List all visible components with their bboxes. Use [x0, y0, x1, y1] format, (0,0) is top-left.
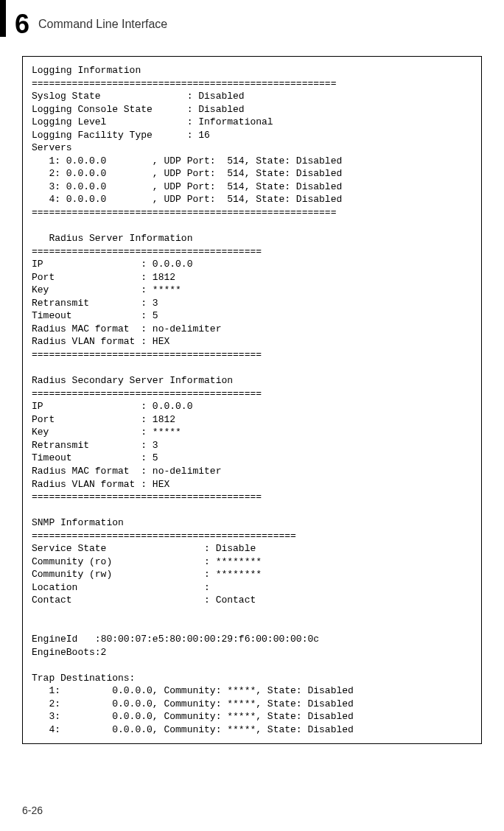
mac-format-row: Radius MAC format : no-delimiter: [32, 466, 221, 477]
key-row: Key : *****: [32, 427, 181, 438]
timeout-row: Timeout : 5: [32, 310, 158, 321]
server-row: 2: 0.0.0.0 , UDP Port: 514, State: Disab…: [32, 168, 342, 179]
service-state-row: Service State : Disable: [32, 543, 256, 554]
vlan-format-row: Radius VLAN format : HEX: [32, 336, 169, 347]
header-title: Command Line Interface: [38, 18, 167, 31]
snmp-header: SNMP Information: [32, 517, 124, 528]
ip-row: IP : 0.0.0.0: [32, 259, 192, 270]
terminal-output: Logging Information ====================…: [32, 64, 472, 736]
mac-format-row: Radius MAC format : no-delimiter: [32, 323, 221, 334]
retransmit-row: Retransmit : 3: [32, 298, 158, 309]
port-row: Port : 1812: [32, 272, 175, 283]
facility-type-row: Logging Facility Type : 16: [32, 130, 210, 141]
location-row: Location :: [32, 582, 216, 593]
syslog-state-row: Syslog State : Disabled: [32, 91, 245, 102]
trap-row: 1: 0.0.0.0, Community: *****, State: Dis…: [32, 685, 354, 696]
radius-header: Radius Server Information: [32, 233, 192, 244]
retransmit-row: Retransmit : 3: [32, 440, 158, 451]
community-ro-row: Community (ro) : ********: [32, 556, 262, 567]
divider: ========================================: [32, 388, 262, 399]
divider: ========================================: [32, 246, 262, 257]
radius2-header: Radius Secondary Server Information: [32, 375, 233, 386]
ip-row: IP : 0.0.0.0: [32, 401, 192, 412]
divider: ========================================…: [32, 207, 336, 218]
engineboots-row: EngineBoots:2: [32, 647, 106, 658]
server-row: 4: 0.0.0.0 , UDP Port: 514, State: Disab…: [32, 194, 342, 205]
logging-level-row: Logging Level : Informational: [32, 116, 273, 127]
servers-label: Servers: [32, 142, 72, 153]
port-row: Port : 1812: [32, 414, 175, 425]
community-rw-row: Community (rw) : ********: [32, 569, 262, 580]
console-state-row: Logging Console State : Disabled: [32, 104, 245, 115]
key-row: Key : *****: [32, 284, 181, 295]
trap-row: 2: 0.0.0.0, Community: *****, State: Dis…: [32, 698, 354, 709]
server-row: 3: 0.0.0.0 , UDP Port: 514, State: Disab…: [32, 181, 342, 192]
server-row: 1: 0.0.0.0 , UDP Port: 514, State: Disab…: [32, 155, 342, 166]
chapter-number: 6: [15, 9, 29, 40]
divider: ========================================: [32, 349, 262, 360]
engineid-row: EngineId :80:00:07:e5:80:00:00:29:f6:00:…: [32, 634, 319, 645]
vlan-format-row: Radius VLAN format : HEX: [32, 479, 169, 490]
divider: ========================================: [32, 491, 262, 502]
trap-header: Trap Destinations:: [32, 673, 135, 684]
contact-row: Contact : Contact: [32, 595, 256, 606]
terminal-output-box: Logging Information ====================…: [22, 56, 482, 744]
divider: ========================================…: [32, 530, 296, 541]
trap-row: 4: 0.0.0.0, Community: *****, State: Dis…: [32, 724, 354, 735]
page-number: 6-26: [22, 804, 43, 816]
logging-header: Logging Information: [32, 65, 141, 76]
divider: ========================================…: [32, 78, 336, 89]
timeout-row: Timeout : 5: [32, 452, 158, 463]
page-header: 6 Command Line Interface: [0, 0, 504, 49]
trap-row: 3: 0.0.0.0, Community: *****, State: Dis…: [32, 711, 354, 722]
